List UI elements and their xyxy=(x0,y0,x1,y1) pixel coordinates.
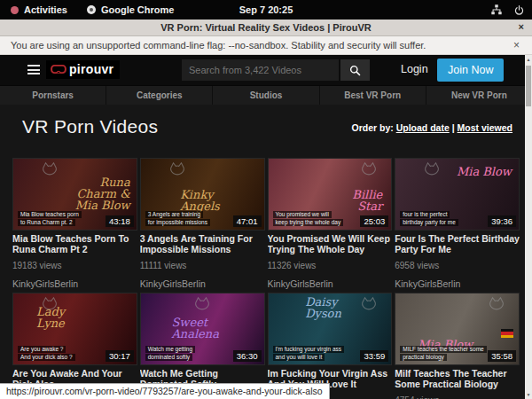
clock[interactable]: Sep 7 20:25 xyxy=(239,4,293,15)
order-by-label: Order by: xyxy=(351,122,393,133)
system-top-bar: Activities Google Chrome Sep 7 20:25 xyxy=(0,0,532,20)
site-logo-text: pirouvr xyxy=(69,62,113,76)
join-now-button[interactable]: Join Now xyxy=(437,59,504,82)
video-card[interactable]: Mia Blow MILF teaches the teacher some p… xyxy=(395,293,520,399)
video-thumbnail[interactable]: Mia Blow four is the perfect birthday pa… xyxy=(395,158,520,231)
duration-badge: 36:30 xyxy=(233,350,262,362)
thumbnail-caption: Are you awake ? xyxy=(18,346,66,353)
studio-watermark-icon xyxy=(192,296,212,312)
duration-badge: 35:58 xyxy=(488,350,516,362)
duration-badge: 43:18 xyxy=(106,215,134,227)
thumbnail-overlay-title: Sweet Analena xyxy=(171,317,239,340)
video-thumbnail[interactable]: Kinky Angels 3 Angels are training for i… xyxy=(140,158,265,231)
thumbnail-caption: practical biology xyxy=(400,354,447,361)
studio-watermark-icon xyxy=(487,296,506,312)
nav-item-best-vr[interactable]: Best VR Porn xyxy=(319,86,426,105)
video-thumbnail[interactable]: Runa Charm & Mia Blow Mia Blow teaches p… xyxy=(12,158,137,231)
main-nav: Pornstars Categories Studios Best VR Por… xyxy=(0,85,532,105)
video-title-link[interactable]: Milf Teaches The Teacher Some Practical … xyxy=(395,369,520,389)
video-card[interactable]: Runa Charm & Mia Blow Mia Blow teaches p… xyxy=(12,158,137,293)
window-close-icon[interactable]: × xyxy=(519,21,524,32)
search-button[interactable] xyxy=(340,59,370,81)
view-count: 19183 views xyxy=(12,261,137,270)
duration-badge: 33:59 xyxy=(360,350,388,362)
studio-watermark-icon xyxy=(422,161,442,177)
app-indicator[interactable]: Google Chrome xyxy=(87,4,175,15)
search-icon xyxy=(349,65,361,76)
thumbnail-caption: dominated softly xyxy=(145,354,192,361)
duration-badge: 30:17 xyxy=(106,350,134,362)
warning-bar: You are using an unsupported command-lin… xyxy=(0,36,532,55)
network-icon[interactable] xyxy=(490,4,503,16)
duration-badge: 25:03 xyxy=(360,215,388,227)
thumbnail-overlay-title: Runa Charm & Mia Blow xyxy=(59,176,129,211)
studio-link[interactable]: KinkyGirlsBerlin xyxy=(140,278,265,289)
thumbnail-caption: Watch me getting xyxy=(145,346,195,353)
warning-message: You are using an unsupported command-lin… xyxy=(11,40,426,51)
menu-hamburger-icon[interactable] xyxy=(27,65,40,74)
login-link[interactable]: Login xyxy=(401,63,428,75)
nav-item-new-vr[interactable]: New VR Porn xyxy=(426,86,532,105)
warning-close-icon[interactable]: × xyxy=(513,39,520,51)
video-thumbnail[interactable]: Billie Star You promised we will keep tr… xyxy=(268,158,393,231)
studio-link[interactable]: KinkyGirlsBerlin xyxy=(395,278,520,289)
order-by: Order by: Upload date | Most viewed xyxy=(351,122,512,133)
vr-goggles-icon xyxy=(51,64,66,74)
thumbnail-caption: and you will love it xyxy=(273,354,325,361)
video-title-link[interactable]: Mia Blow Teaches Porn To Runa Charm Pt 2 xyxy=(12,234,137,254)
video-title-link[interactable]: You Promised We Will Keep Trying The Who… xyxy=(268,234,393,254)
order-link-most-viewed[interactable]: Most viewed xyxy=(458,122,512,133)
window-title-bar: VR Porn: Virtual Reality Sex Videos | Pi… xyxy=(0,20,532,36)
thumbnail-captions: Mia Blow teaches porn to Runa Charm pt. … xyxy=(18,210,82,226)
thumbnail-caption: 3 Angels are training xyxy=(145,211,203,218)
scrollbar-down-icon[interactable]: ▼ xyxy=(525,390,532,399)
studio-watermark-icon xyxy=(40,161,59,177)
thumbnail-captions: four is the perfect birthday party for m… xyxy=(400,210,458,226)
view-count: 11326 views xyxy=(268,261,393,270)
screen: Activities Google Chrome Sep 7 20:25 VR … xyxy=(0,0,532,399)
studio-link[interactable]: KinkyGirlsBerlin xyxy=(268,278,393,289)
thumbnail-captions: Are you awake ? And your dick also ? xyxy=(18,345,75,361)
video-thumbnail[interactable]: Mia Blow MILF teaches the teacher some p… xyxy=(395,293,520,365)
status-url-tooltip: https://pirouvr.com/vr-porn-video/779325… xyxy=(0,383,330,399)
studio-watermark-icon xyxy=(359,161,379,177)
order-separator: | xyxy=(452,122,455,133)
thumbnail-caption: MILF teaches the teacher some xyxy=(400,346,486,353)
nav-item-pornstars[interactable]: Pornstars xyxy=(0,86,106,105)
video-thumbnail[interactable]: Daisy Dyson I'm fucking your virgin ass … xyxy=(268,293,393,365)
scrollbar-thumb[interactable] xyxy=(526,66,531,106)
chrome-icon xyxy=(87,5,96,14)
video-grid: Runa Charm & Mia Blow Mia Blow teaches p… xyxy=(12,158,520,399)
thumbnail-captions: I'm fucking your virgin ass and you will… xyxy=(273,345,345,361)
thumbnail-caption: I'm fucking your virgin ass xyxy=(273,346,345,353)
search-input[interactable] xyxy=(182,59,339,81)
video-card[interactable]: Kinky Angels 3 Angels are training for i… xyxy=(140,158,265,293)
order-link-upload-date[interactable]: Upload date xyxy=(396,122,450,133)
thumbnail-captions: Watch me getting dominated softly xyxy=(145,345,195,361)
video-thumbnail[interactable]: Sweet Analena Watch me getting dominated… xyxy=(140,293,265,365)
video-card[interactable]: Billie Star You promised we will keep tr… xyxy=(268,158,393,293)
recording-indicator-icon xyxy=(11,6,19,14)
activities-button[interactable]: Activities xyxy=(11,4,67,15)
thumbnail-captions: MILF teaches the teacher some practical … xyxy=(400,345,486,361)
thumbnail-captions: You promised we will keep trying the who… xyxy=(273,210,344,226)
thumbnail-caption: And your dick also ? xyxy=(18,354,75,361)
video-title-link[interactable]: Four Is The Perfect Birthday Party For M… xyxy=(395,234,520,254)
duration-badge: 39:36 xyxy=(488,215,516,227)
site-logo[interactable]: pirouvr xyxy=(46,60,120,79)
video-title-link[interactable]: 3 Angels Are Training For Impossible Mis… xyxy=(140,234,265,254)
video-thumbnail[interactable]: Lady Lyne Are you awake ? And your dick … xyxy=(12,293,137,365)
view-count: 11111 views xyxy=(140,261,265,270)
thumbnail-overlay-title: Billie Star xyxy=(327,189,382,212)
scrollbar[interactable]: ▲ ▼ xyxy=(525,55,532,399)
page-heading-row: VR Porn Videos Order by: Upload date | M… xyxy=(0,105,532,156)
power-icon[interactable] xyxy=(513,4,525,16)
nav-item-studios[interactable]: Studios xyxy=(212,86,318,105)
studio-link[interactable]: KinkyGirlsBerlin xyxy=(12,278,137,289)
duration-badge: 47:01 xyxy=(233,215,262,227)
video-card[interactable]: Mia Blow four is the perfect birthday pa… xyxy=(395,158,520,293)
window-title: VR Porn: Virtual Reality Sex Videos | Pi… xyxy=(0,22,532,33)
nav-item-categories[interactable]: Categories xyxy=(106,86,212,105)
thumbnail-overlay-title: Daisy Dyson xyxy=(305,296,369,319)
scrollbar-up-icon[interactable]: ▲ xyxy=(525,55,532,64)
